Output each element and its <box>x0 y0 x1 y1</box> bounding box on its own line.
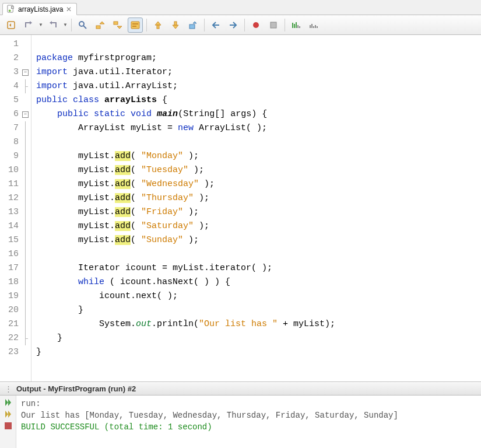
output-panel-title[interactable]: ⋮ Output - MyFirstProgram (run) #2 <box>0 382 481 396</box>
back-nav-dropdown[interactable]: ▼ <box>38 22 43 27</box>
toolbar-separator <box>146 19 147 32</box>
tab-bar: arrayLists.java ✕ <box>0 0 481 15</box>
svg-rect-11 <box>157 25 159 29</box>
svg-rect-2 <box>11 6 13 9</box>
code-area[interactable]: package myfirstprogram;import java.util.… <box>31 35 481 382</box>
toggle-bookmark-icon[interactable] <box>185 18 201 33</box>
svg-point-1 <box>9 9 11 12</box>
svg-rect-8 <box>131 22 139 29</box>
find-selection-icon[interactable] <box>75 18 90 33</box>
shift-right-icon[interactable] <box>226 18 241 33</box>
comment-icon[interactable] <box>289 18 304 33</box>
toolbar-separator <box>204 19 205 32</box>
file-tab-label: arrayLists.java <box>18 5 63 13</box>
toolbar-separator <box>71 19 72 32</box>
shift-left-icon[interactable] <box>208 18 223 33</box>
svg-rect-9 <box>132 23 138 24</box>
svg-rect-17 <box>271 22 276 28</box>
editor-toolbar: ▼ ▼ <box>0 15 481 35</box>
code-editor[interactable]: 123−456−7891011121314151617181920212223 … <box>0 35 481 382</box>
fold-toggle-icon[interactable]: − <box>22 111 29 118</box>
prev-bookmark-icon[interactable] <box>150 18 166 33</box>
close-tab-icon[interactable]: ✕ <box>66 5 72 13</box>
uncomment-icon[interactable] <box>306 18 321 33</box>
output-panel: run:Our list has [Monday, Tuesday, Wedne… <box>0 396 481 448</box>
run-icon[interactable] <box>3 398 13 407</box>
find-next-icon[interactable] <box>110 18 125 33</box>
last-edit-icon[interactable] <box>3 18 19 33</box>
svg-line-5 <box>83 26 86 29</box>
toolbar-separator <box>285 19 285 32</box>
forward-nav-dropdown[interactable]: ▼ <box>63 22 68 27</box>
macro-stop-icon[interactable] <box>266 18 281 33</box>
stop-output-icon[interactable] <box>3 421 13 430</box>
svg-point-4 <box>79 22 84 26</box>
line-number-gutter: 123−456−7891011121314151617181920212223 <box>0 35 31 382</box>
svg-rect-7 <box>114 22 118 24</box>
forward-nav-icon[interactable] <box>45 18 61 33</box>
svg-rect-6 <box>96 26 100 29</box>
output-title-label: Output - MyFirstProgram (run) #2 <box>16 384 136 393</box>
run-again-icon[interactable] <box>3 410 13 419</box>
back-nav-icon[interactable] <box>21 18 36 33</box>
svg-rect-28 <box>5 422 12 429</box>
toggle-highlight-icon[interactable] <box>128 18 143 33</box>
toolbar-separator <box>244 19 245 32</box>
file-tab[interactable]: arrayLists.java ✕ <box>2 3 77 15</box>
output-text[interactable]: run:Our list has [Monday, Tuesday, Wedne… <box>16 396 481 448</box>
svg-rect-10 <box>132 26 136 27</box>
grip-icon: ⋮ <box>5 384 13 393</box>
output-gutter <box>0 396 16 448</box>
fold-toggle-icon[interactable]: − <box>22 69 29 76</box>
svg-rect-13 <box>189 24 195 29</box>
next-bookmark-icon[interactable] <box>168 18 183 33</box>
svg-rect-12 <box>174 22 177 25</box>
macro-record-icon[interactable] <box>248 18 264 33</box>
svg-point-16 <box>253 22 259 28</box>
java-file-icon <box>6 5 15 13</box>
find-prev-icon[interactable] <box>93 18 108 33</box>
